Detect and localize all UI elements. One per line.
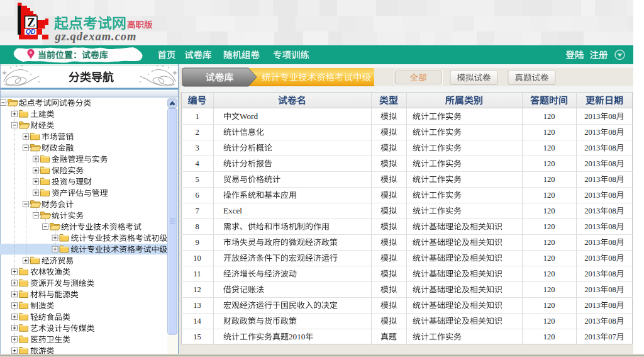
svg-text:08: 08 <box>608 269 616 278</box>
svg-text:120: 120 <box>543 317 555 326</box>
svg-text:120: 120 <box>543 112 555 121</box>
svg-text:08: 08 <box>608 222 616 231</box>
svg-text:120: 120 <box>543 191 555 200</box>
svg-text:8: 8 <box>195 222 199 231</box>
svg-text:Word: Word <box>240 111 258 121</box>
svg-text:14: 14 <box>193 317 201 326</box>
svg-text:10: 10 <box>193 254 201 263</box>
svg-text:2013: 2013 <box>584 332 600 341</box>
svg-text:08: 08 <box>608 317 616 326</box>
svg-text:07: 07 <box>608 332 616 341</box>
svg-text:08: 08 <box>608 191 616 200</box>
svg-text:12: 12 <box>193 285 201 294</box>
svg-text:2: 2 <box>195 128 199 137</box>
svg-text:5: 5 <box>195 175 199 184</box>
svg-text:2013: 2013 <box>584 159 600 168</box>
svg-text:08: 08 <box>608 285 616 294</box>
svg-text:120: 120 <box>543 238 555 247</box>
svg-text:08: 08 <box>608 144 616 152</box>
svg-text:2013: 2013 <box>584 238 600 247</box>
svg-text:08: 08 <box>608 159 616 168</box>
svg-text:2013: 2013 <box>584 175 600 184</box>
svg-text:120: 120 <box>543 207 555 215</box>
svg-text:2013: 2013 <box>584 301 600 310</box>
svg-text:2013: 2013 <box>584 144 600 152</box>
svg-text:120: 120 <box>543 144 555 152</box>
svg-text:2013: 2013 <box>584 207 600 215</box>
svg-text:7: 7 <box>195 207 199 215</box>
svg-text:15: 15 <box>193 332 201 341</box>
svg-text:Excel: Excel <box>223 206 242 215</box>
svg-text:08: 08 <box>608 238 616 247</box>
svg-text:6: 6 <box>195 191 199 200</box>
svg-text:08: 08 <box>608 301 616 310</box>
svg-text:120: 120 <box>543 159 555 168</box>
svg-text:9: 9 <box>195 238 199 247</box>
svg-text:2013: 2013 <box>584 128 600 137</box>
svg-text:2013: 2013 <box>584 317 600 326</box>
svg-text:120: 120 <box>543 332 555 341</box>
svg-text:2010: 2010 <box>289 332 306 341</box>
svg-text:1: 1 <box>195 112 199 121</box>
svg-text:08: 08 <box>608 128 616 137</box>
svg-text:120: 120 <box>543 269 555 278</box>
svg-text:120: 120 <box>543 301 555 310</box>
svg-text:08: 08 <box>608 175 616 184</box>
svg-text:08: 08 <box>608 112 616 121</box>
svg-text:2013: 2013 <box>584 112 600 121</box>
svg-text:2013: 2013 <box>584 269 600 278</box>
svg-text:4: 4 <box>195 159 199 168</box>
svg-text:08: 08 <box>608 254 616 263</box>
svg-text:120: 120 <box>543 222 555 231</box>
svg-text:13: 13 <box>193 301 201 310</box>
svg-text:Z: Z <box>27 16 35 29</box>
svg-text:QD: QD <box>26 28 36 35</box>
svg-text:2013: 2013 <box>584 285 600 294</box>
svg-text:3: 3 <box>195 144 199 152</box>
svg-text:gz.qdexam.com: gz.qdexam.com <box>55 30 136 43</box>
svg-text:120: 120 <box>543 254 555 263</box>
svg-text:120: 120 <box>543 285 555 294</box>
svg-text:08: 08 <box>608 207 616 215</box>
svg-text:120: 120 <box>543 128 555 137</box>
svg-text:2013: 2013 <box>584 191 600 200</box>
svg-text:2013: 2013 <box>584 254 600 263</box>
svg-text:11: 11 <box>193 269 201 278</box>
svg-text:2013: 2013 <box>584 222 600 231</box>
svg-text:120: 120 <box>543 175 555 184</box>
